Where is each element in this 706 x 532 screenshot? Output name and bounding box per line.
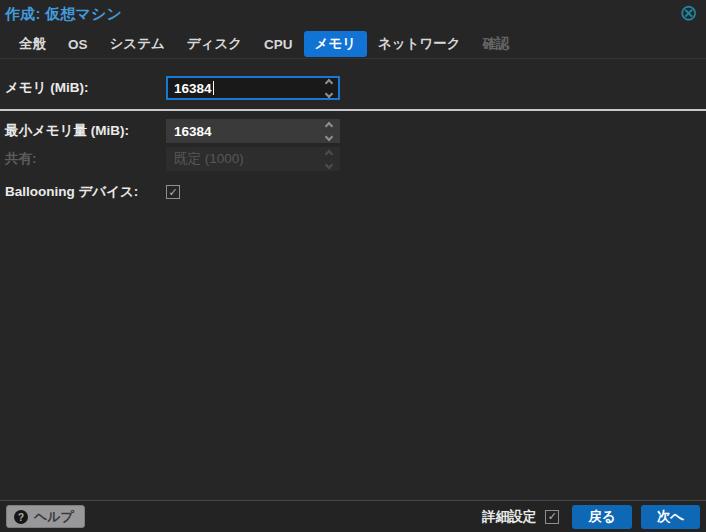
memory-form: メモリ (MiB): 16384 最小メモリ量 (MiB): 16384: [0, 59, 706, 204]
min-memory-value: 16384: [174, 124, 212, 139]
tab-system[interactable]: システム: [99, 31, 176, 57]
tab-cpu[interactable]: CPU: [253, 33, 304, 56]
create-vm-dialog: 作成: 仮想マシン ⊗ 全般 OS システム ディスク CPU メモリ ネットワ…: [0, 0, 706, 204]
advanced-separator: [0, 109, 706, 111]
shares-input: 既定 (1000): [166, 147, 340, 171]
back-button[interactable]: 戻る: [572, 505, 631, 529]
ballooning-label: Ballooning デバイス:: [5, 183, 166, 201]
ballooning-checkbox[interactable]: ✓: [166, 185, 180, 199]
spin-up-icon: [325, 149, 333, 157]
spin-up-button[interactable]: [325, 78, 333, 86]
dialog-footer: ? ヘルプ 詳細設定 ✓ 戻る 次へ: [0, 500, 706, 532]
dialog-titlebar: 作成: 仮想マシン ⊗: [0, 0, 706, 30]
memory-input[interactable]: 16384: [166, 76, 340, 100]
question-icon: ?: [14, 510, 28, 524]
tab-disks[interactable]: ディスク: [176, 31, 253, 57]
spin-up-button[interactable]: [325, 121, 333, 129]
min-memory-input[interactable]: 16384: [166, 119, 340, 143]
memory-value: 16384: [174, 81, 214, 96]
shares-row: 共有: 既定 (1000): [5, 147, 706, 171]
wizard-tabbar: 全般 OS システム ディスク CPU メモリ ネットワーク 確認: [0, 30, 706, 59]
advanced-label: 詳細設定: [482, 508, 536, 526]
spin-down-button[interactable]: [325, 132, 333, 140]
memory-spinner: [323, 78, 335, 99]
shares-spinner: [323, 149, 335, 170]
spin-down-icon: [325, 160, 333, 168]
memory-label: メモリ (MiB):: [5, 79, 166, 97]
shares-value: 既定 (1000): [174, 150, 244, 168]
help-button-label: ヘルプ: [34, 508, 74, 526]
check-icon: ✓: [168, 187, 177, 198]
next-button[interactable]: 次へ: [641, 505, 700, 529]
tab-os[interactable]: OS: [57, 33, 99, 56]
min-memory-label: 最小メモリ量 (MiB):: [5, 122, 166, 140]
tab-general[interactable]: 全般: [8, 31, 57, 57]
advanced-checkbox[interactable]: ✓: [545, 510, 559, 524]
text-caret: [213, 81, 214, 95]
tab-confirm: 確認: [472, 31, 521, 57]
check-icon: ✓: [548, 511, 557, 522]
shares-label: 共有:: [5, 150, 166, 168]
ballooning-row: Ballooning デバイス: ✓: [5, 180, 706, 204]
tab-memory[interactable]: メモリ: [304, 31, 367, 57]
close-icon[interactable]: ⊗: [680, 3, 698, 23]
tab-network[interactable]: ネットワーク: [367, 31, 472, 57]
help-button[interactable]: ? ヘルプ: [6, 505, 85, 528]
footer-actions: 詳細設定 ✓ 戻る 次へ: [482, 505, 700, 529]
min-memory-row: 最小メモリ量 (MiB): 16384: [5, 119, 706, 143]
spin-down-button[interactable]: [325, 89, 333, 97]
memory-row: メモリ (MiB): 16384: [5, 76, 706, 100]
dialog-title: 作成: 仮想マシン: [5, 5, 122, 24]
min-memory-spinner: [323, 121, 335, 142]
